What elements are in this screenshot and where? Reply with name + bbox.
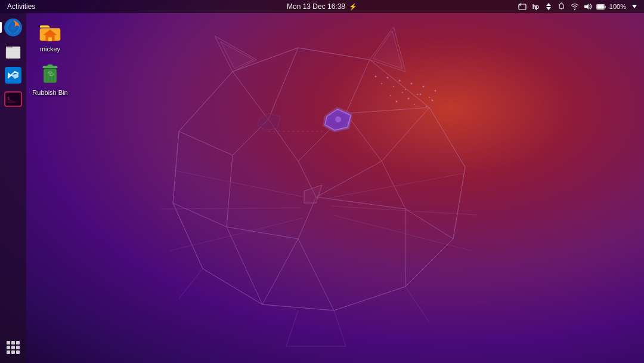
svg-line-27 (298, 239, 334, 310)
svg-point-63 (375, 76, 377, 78)
show-apps-button[interactable] (2, 337, 24, 358)
svg-rect-106 (48, 64, 53, 67)
svg-line-76 (405, 287, 429, 322)
svg-line-45 (331, 206, 477, 215)
svg-marker-0 (173, 48, 465, 310)
svg-marker-43 (258, 113, 280, 130)
svg-point-64 (426, 106, 427, 107)
svg-text:$_: $_ (7, 96, 13, 101)
activities-button[interactable]: Activities (5, 2, 38, 11)
trash-icon (38, 63, 62, 87)
svg-line-31 (227, 227, 262, 304)
svg-line-2 (298, 48, 370, 60)
dock-item-terminal[interactable]: $_ (2, 88, 24, 110)
svg-marker-87 (632, 5, 637, 8)
volume-icon[interactable] (583, 2, 593, 11)
lightning-icon: ⚡ (349, 3, 357, 11)
svg-line-32 (227, 227, 298, 239)
svg-marker-42 (325, 109, 351, 130)
svg-line-4 (429, 107, 465, 167)
svg-line-23 (382, 161, 405, 209)
arrows-icon[interactable] (544, 2, 553, 11)
svg-rect-104 (48, 37, 52, 41)
svg-marker-36 (304, 185, 322, 203)
svg-point-67 (396, 101, 398, 103)
svg-line-9 (203, 269, 262, 304)
svg-line-73 (334, 310, 346, 346)
svg-marker-79 (546, 3, 551, 6)
svg-line-16 (346, 107, 429, 113)
svg-line-24 (405, 209, 453, 239)
svg-marker-83 (584, 4, 589, 10)
hp-icon[interactable]: hp (531, 2, 540, 11)
desktop-icons: mickey Rubbish Bin (30, 17, 70, 99)
svg-line-44 (334, 173, 465, 197)
home-folder-icon (38, 19, 62, 43)
svg-rect-93 (6, 48, 20, 59)
datetime-display: Mon 13 Dec 16:38 (287, 2, 345, 11)
svg-line-8 (262, 304, 334, 310)
wallpaper-cat (0, 0, 644, 363)
svg-line-47 (173, 170, 304, 197)
desktop-icon-trash[interactable]: Rubbish Bin (30, 60, 70, 99)
svg-line-10 (173, 203, 203, 269)
svg-point-62 (381, 83, 382, 84)
svg-line-75 (179, 269, 203, 299)
wifi-icon[interactable] (570, 2, 580, 11)
topbar: Activities Mon 13 Dec 16:38 ⚡ hp (0, 0, 644, 13)
svg-line-26 (262, 239, 298, 304)
svg-point-59 (423, 86, 425, 88)
desktop-icon-home[interactable]: mickey (30, 17, 70, 56)
svg-line-5 (453, 167, 465, 239)
svg-marker-37 (215, 36, 256, 72)
svg-point-65 (432, 100, 434, 101)
svg-line-30 (173, 203, 227, 227)
dock-item-firefox[interactable] (2, 17, 24, 38)
svg-line-21 (298, 161, 316, 197)
svg-rect-85 (597, 5, 604, 8)
svg-line-48 (161, 208, 301, 209)
svg-line-7 (334, 287, 405, 310)
svg-line-29 (316, 197, 405, 209)
desktop (0, 0, 644, 363)
battery-percentage: 100% (609, 3, 626, 10)
battery-icon[interactable] (596, 2, 606, 11)
svg-point-60 (429, 97, 430, 98)
dock-item-files[interactable] (2, 41, 24, 62)
svg-line-19 (346, 113, 382, 161)
svg-marker-40 (373, 31, 402, 69)
topbar-left: Activities (5, 2, 38, 11)
dock: $_ (0, 13, 26, 363)
svg-line-11 (173, 131, 179, 203)
trash-label: Rubbish Bin (32, 89, 67, 97)
svg-line-14 (268, 48, 298, 119)
svg-line-20 (382, 107, 429, 161)
svg-line-33 (179, 131, 233, 155)
svg-line-34 (233, 119, 268, 155)
svg-point-61 (435, 90, 436, 92)
svg-line-18 (298, 113, 346, 161)
svg-line-25 (298, 197, 316, 239)
svg-rect-86 (605, 5, 606, 8)
svg-line-1 (233, 48, 298, 72)
topbar-center: Mon 13 Dec 16:38 ⚡ (287, 2, 357, 11)
svg-point-57 (411, 83, 413, 85)
svg-line-46 (333, 215, 471, 251)
svg-line-6 (405, 239, 453, 287)
tray-dropdown-icon[interactable] (630, 2, 639, 11)
svg-point-69 (408, 98, 410, 100)
dock-item-vscode[interactable] (2, 64, 24, 86)
notification-icon[interactable] (557, 2, 566, 11)
svg-point-66 (390, 95, 391, 96)
svg-line-12 (179, 72, 233, 131)
svg-line-22 (316, 161, 382, 197)
camera-icon[interactable] (518, 2, 527, 11)
svg-line-72 (286, 310, 298, 346)
svg-point-70 (414, 104, 415, 105)
svg-point-82 (574, 9, 575, 10)
show-apps-grid-icon (7, 341, 20, 354)
svg-marker-41 (323, 107, 352, 131)
svg-line-3 (370, 60, 429, 107)
svg-line-13 (233, 72, 268, 119)
svg-point-53 (387, 77, 389, 79)
